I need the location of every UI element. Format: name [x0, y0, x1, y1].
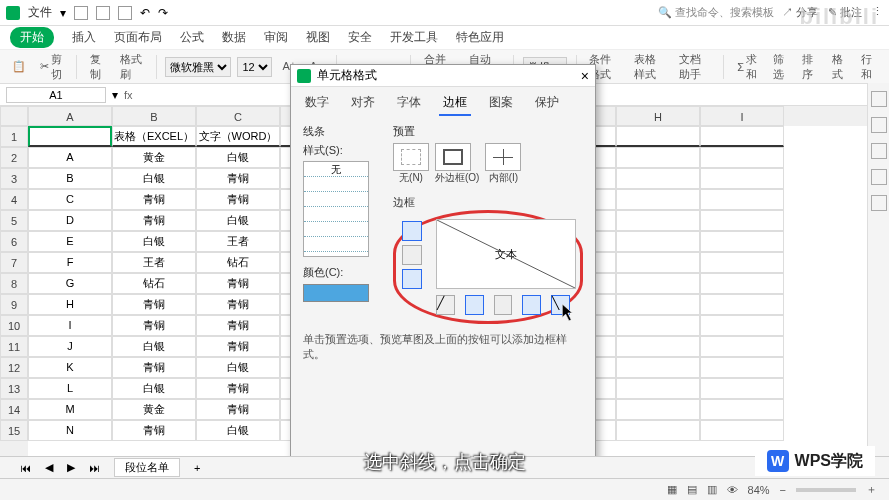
cell[interactable]: 白银 — [112, 231, 196, 252]
cell[interactable]: 青铜 — [196, 399, 280, 420]
tab-security[interactable]: 安全 — [348, 29, 372, 46]
cell[interactable]: 黄金 — [112, 399, 196, 420]
cell[interactable]: I — [28, 315, 112, 336]
cell[interactable] — [700, 378, 784, 399]
cell[interactable]: M — [28, 399, 112, 420]
cell[interactable]: E — [28, 231, 112, 252]
cell[interactable] — [700, 420, 784, 441]
cell[interactable]: 青铜 — [196, 294, 280, 315]
cell[interactable]: 青铜 — [196, 273, 280, 294]
cell[interactable]: 王者 — [196, 231, 280, 252]
cell[interactable]: N — [28, 420, 112, 441]
border-diag1-button[interactable]: ╱ — [436, 295, 455, 315]
cell[interactable]: D — [28, 210, 112, 231]
line-style-list[interactable]: 无 — [303, 161, 369, 257]
side-icon[interactable] — [871, 169, 887, 185]
side-icon[interactable] — [871, 117, 887, 133]
sheet-next-icon[interactable]: ▶ — [67, 461, 75, 474]
cell[interactable]: 王者 — [112, 252, 196, 273]
cell[interactable]: 白银 — [196, 147, 280, 168]
border-mid-button[interactable] — [402, 245, 422, 265]
cell[interactable] — [616, 378, 700, 399]
cell[interactable]: C — [28, 189, 112, 210]
quick-save-icon[interactable] — [74, 6, 88, 20]
cell[interactable] — [616, 336, 700, 357]
preset-outer-button[interactable] — [435, 143, 471, 171]
cell[interactable] — [700, 210, 784, 231]
doc-helper-button[interactable]: 文档助手 — [675, 50, 714, 84]
cell[interactable] — [700, 231, 784, 252]
cell[interactable] — [700, 147, 784, 168]
cell[interactable]: L — [28, 378, 112, 399]
cell[interactable]: 青铜 — [112, 210, 196, 231]
col-head[interactable]: B — [112, 106, 196, 126]
cell[interactable]: 白银 — [112, 168, 196, 189]
border-diag2-button[interactable]: ╲ — [551, 295, 570, 315]
sum-button[interactable]: Σ 求和 — [733, 50, 763, 84]
cell[interactable] — [700, 168, 784, 189]
cell[interactable]: 白银 — [196, 210, 280, 231]
cell[interactable]: 文字（WORD） — [196, 126, 280, 147]
sort-button[interactable]: 排序 — [798, 50, 822, 84]
eye-icon[interactable]: 👁 — [727, 484, 738, 496]
cell[interactable]: 白银 — [196, 420, 280, 441]
cell[interactable]: F — [28, 252, 112, 273]
cell[interactable]: 青铜 — [112, 315, 196, 336]
dtab-border[interactable]: 边框 — [439, 91, 471, 116]
cell[interactable] — [700, 189, 784, 210]
cell[interactable] — [700, 273, 784, 294]
filter-button[interactable]: 筛选 — [769, 50, 793, 84]
cell[interactable] — [616, 399, 700, 420]
cell[interactable] — [616, 231, 700, 252]
cell[interactable] — [616, 210, 700, 231]
cell[interactable]: 青铜 — [112, 294, 196, 315]
dtab-font[interactable]: 字体 — [393, 91, 425, 116]
add-sheet-button[interactable]: + — [194, 462, 200, 474]
cell[interactable]: 白银 — [112, 336, 196, 357]
undo-icon[interactable]: ↶ — [140, 6, 150, 20]
redo-icon[interactable]: ↷ — [158, 6, 168, 20]
side-icon[interactable] — [871, 143, 887, 159]
paste-button[interactable]: 📋 — [8, 58, 30, 75]
view-page-icon[interactable]: ▤ — [687, 483, 697, 496]
view-normal-icon[interactable]: ▦ — [667, 483, 677, 496]
dtab-number[interactable]: 数字 — [301, 91, 333, 116]
cell[interactable] — [616, 147, 700, 168]
cell[interactable] — [616, 252, 700, 273]
cell[interactable]: 表格（EXCEL） — [112, 126, 196, 147]
zoom-in-icon[interactable]: ＋ — [866, 482, 877, 497]
tab-dev[interactable]: 开发工具 — [390, 29, 438, 46]
quick-preview-icon[interactable] — [118, 6, 132, 20]
sheet-first-icon[interactable]: ⏮ — [20, 462, 31, 474]
col-head[interactable]: C — [196, 106, 280, 126]
border-right-button[interactable] — [522, 295, 541, 315]
cell[interactable] — [700, 315, 784, 336]
zoom-slider[interactable] — [796, 488, 856, 492]
preset-inner-button[interactable] — [485, 143, 521, 171]
border-left-button[interactable] — [465, 295, 484, 315]
cell[interactable] — [616, 273, 700, 294]
cell[interactable] — [700, 336, 784, 357]
dtab-align[interactable]: 对齐 — [347, 91, 379, 116]
cell[interactable] — [700, 294, 784, 315]
cell[interactable] — [616, 168, 700, 189]
cell[interactable]: A — [28, 147, 112, 168]
border-top-button[interactable] — [402, 221, 422, 241]
format-button[interactable]: 格式 — [828, 50, 852, 84]
cell[interactable] — [616, 294, 700, 315]
cell[interactable]: 钻石 — [196, 252, 280, 273]
cell[interactable]: 青铜 — [196, 315, 280, 336]
caret-icon[interactable]: ▾ — [60, 6, 66, 20]
tab-start[interactable]: 开始 — [10, 27, 54, 48]
tab-formula[interactable]: 公式 — [180, 29, 204, 46]
border-vmid-button[interactable] — [494, 295, 513, 315]
search-box[interactable]: 🔍 查找命令、搜索模板 — [658, 5, 774, 20]
col-head[interactable]: H — [616, 106, 700, 126]
sheet-tab[interactable]: 段位名单 — [114, 458, 180, 477]
cell[interactable] — [700, 357, 784, 378]
cell[interactable]: 青铜 — [112, 189, 196, 210]
select-all-corner[interactable] — [0, 106, 28, 126]
cell[interactable]: 白银 — [196, 357, 280, 378]
fx-label[interactable]: fx — [118, 89, 139, 101]
side-icon[interactable] — [871, 91, 887, 107]
